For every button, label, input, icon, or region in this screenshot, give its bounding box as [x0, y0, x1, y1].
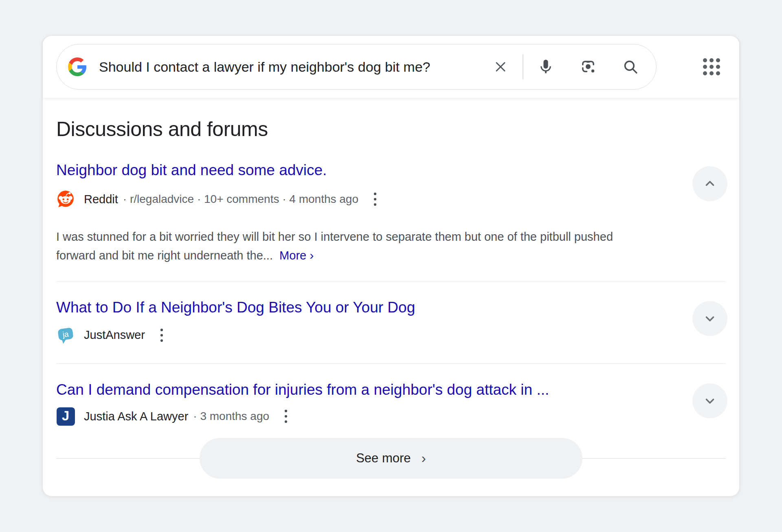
source-row: ja JustAnswer: [56, 325, 726, 345]
more-link[interactable]: More›: [276, 249, 314, 262]
lens-icon[interactable]: [580, 58, 597, 75]
result-item-3: Can I demand compensation for injuries f…: [56, 381, 726, 426]
result-title-link[interactable]: What to Do If a Neighbor's Dog Bites You…: [56, 299, 415, 317]
discussions-section: Discussions and forums Neighbor dog bit …: [43, 117, 739, 479]
result-snippet: I was stunned for a bit worried they wil…: [56, 227, 635, 265]
search-bar-divider: [523, 54, 523, 79]
section-title: Discussions and forums: [56, 117, 726, 141]
three-dot-menu-icon[interactable]: [371, 189, 380, 209]
source-meta: · r/legaladvice · 10+ comments · 4 month…: [123, 193, 358, 206]
see-more-button[interactable]: See more ›: [200, 438, 582, 479]
search-bar-icons: [492, 54, 639, 79]
reddit-icon: [56, 190, 75, 209]
collapse-result-button[interactable]: [692, 166, 727, 201]
source-meta: · 3 months ago: [193, 410, 269, 423]
see-more-section: See more ›: [56, 438, 726, 479]
clear-icon[interactable]: [492, 59, 509, 75]
result-item-1: Neighbor dog bit and need some advice.: [56, 161, 726, 265]
search-results-card: Discussions and forums Neighbor dog bit …: [43, 36, 739, 496]
search-header: [43, 36, 739, 98]
search-icon[interactable]: [622, 58, 639, 75]
source-name: JustAnswer: [84, 328, 145, 342]
expand-result-button[interactable]: [692, 383, 727, 418]
apps-grid-icon[interactable]: [699, 54, 724, 79]
source-name: Reddit: [84, 193, 118, 206]
search-bar[interactable]: [56, 44, 657, 90]
result-title-link[interactable]: Neighbor dog bit and need some advice.: [56, 161, 327, 179]
mic-icon[interactable]: [537, 58, 554, 75]
expand-result-button[interactable]: [692, 301, 727, 336]
search-input[interactable]: [99, 59, 492, 75]
result-divider: [56, 281, 726, 281]
source-name: Justia Ask A Lawyer: [84, 410, 188, 423]
result-divider: [56, 363, 726, 364]
justia-icon: J: [56, 407, 75, 426]
source-row: J Justia Ask A Lawyer · 3 months ago: [56, 406, 726, 426]
see-more-label: See more: [356, 451, 411, 466]
source-row: Reddit · r/legaladvice · 10+ comments · …: [56, 189, 726, 209]
three-dot-menu-icon[interactable]: [281, 406, 290, 426]
chevron-right-icon: ›: [422, 450, 426, 466]
result-title-link[interactable]: Can I demand compensation for injuries f…: [56, 381, 549, 399]
google-logo: [68, 57, 87, 76]
result-item-2: What to Do If a Neighbor's Dog Bites You…: [56, 299, 726, 345]
justanswer-icon: ja: [56, 326, 75, 345]
chevron-right-icon: ›: [310, 246, 314, 265]
three-dot-menu-icon[interactable]: [157, 325, 166, 345]
snippet-text: I was stunned for a bit worried they wil…: [56, 230, 613, 262]
